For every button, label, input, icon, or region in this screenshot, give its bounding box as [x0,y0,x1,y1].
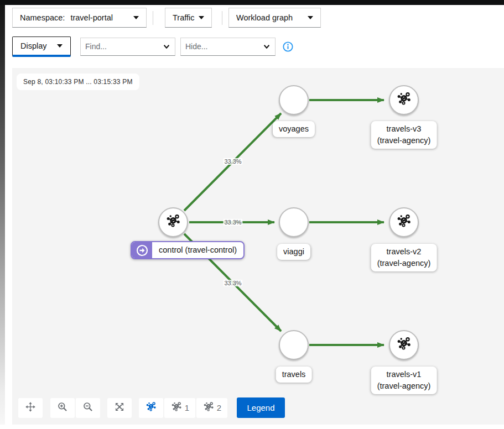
node-label-text: control (travel-control) [152,242,243,258]
edge-label: 33.3% [223,280,242,286]
node-label-viaggi[interactable]: viaggi [277,244,310,260]
node-control[interactable] [158,207,188,237]
mesh-icon [396,336,412,354]
node-travels[interactable] [279,330,309,360]
graph-layout-default-button[interactable] [139,398,163,418]
node-voyages[interactable] [279,85,309,115]
namespace-value: travel-portal [70,13,113,22]
find-input[interactable] [81,39,159,55]
pan-button[interactable] [18,398,43,418]
layout-2-number: 2 [217,403,221,412]
caret-down-icon [133,16,139,19]
caret-down-icon [57,44,63,48]
node-label-control[interactable]: control (travel-control) [131,241,245,259]
node-label-travels-v1[interactable]: travels-v1 (travel-agency) [371,367,437,394]
graph-layout-1-button[interactable]: 1 [164,398,195,418]
chevron-down-icon[interactable] [159,38,174,55]
node-label-line2: (travel-control) [185,245,237,254]
expand-arrows-icon [114,401,125,414]
node-viaggi[interactable] [279,207,309,237]
move-icon [25,401,36,414]
graph-type-label: Workload graph [236,13,293,22]
node-travels-v3[interactable] [389,85,419,115]
node-label-text: travels-v1 [387,370,422,379]
mesh-icon [165,213,181,232]
app-top-bar [0,0,504,5]
mesh-icon [396,213,412,232]
graph-time-range: Sep 8, 03:10:33 PM ... 03:15:33 PM [17,74,139,90]
layout-1-number: 1 [185,403,189,412]
zoom-in-button[interactable] [50,398,75,418]
graph-type-select[interactable]: Workload graph [228,8,321,28]
zoom-out-button[interactable] [76,398,100,418]
graph-footer-toolbar: 1 2 Legend [18,397,285,418]
chevron-down-icon[interactable] [259,38,274,55]
node-label-text: travels [282,370,306,379]
traffic-graph-canvas[interactable]: Sep 8, 03:10:33 PM ... 03:15:33 PM 33.3%… [12,68,504,425]
caret-down-icon [199,16,204,19]
legend-button[interactable]: Legend [237,397,285,418]
mesh-icon [145,401,157,415]
mesh-icon [202,401,215,415]
node-label-travels-v3[interactable]: travels-v3 (travel-agency) [371,121,437,149]
graph-layout-2-button[interactable]: 2 [196,398,227,418]
node-label-travels[interactable]: travels [276,367,312,383]
node-label-text: travels-v2 [387,247,422,256]
node-label-line1: control [159,245,183,254]
graph-toolbar-secondary: Display [12,36,293,56]
hide-input[interactable] [181,39,259,55]
info-icon[interactable] [283,41,293,52]
mesh-icon [396,91,412,109]
node-sublabel-text: (travel-agency) [377,258,431,269]
toolbar-divider [222,11,222,25]
traffic-label: Traffic [173,13,194,22]
traffic-select[interactable]: Traffic [165,8,212,28]
edge-label: 33.3% [223,219,242,226]
zoom-out-icon [82,401,93,414]
zoom-in-icon [57,401,68,414]
node-label-text: travels-v3 [387,124,422,133]
root-arrow-icon [132,242,152,258]
node-label-voyages[interactable]: voyages [273,121,315,137]
graph-toolbar-primary: Namespace: travel-portal Traffic Workloa… [12,8,321,28]
find-combobox [80,38,175,56]
node-label-text: viaggi [283,247,304,256]
fit-to-screen-button[interactable] [107,398,132,418]
namespace-label: Namespace: [20,13,65,22]
left-edge-shadow [0,5,5,425]
caret-down-icon [308,16,313,19]
display-label: Display [20,41,47,50]
node-label-travels-v2[interactable]: travels-v2 (travel-agency) [371,244,437,271]
node-travels-v1[interactable] [389,330,419,360]
node-sublabel-text: (travel-agency) [377,380,431,392]
node-travels-v2[interactable] [389,207,419,237]
namespace-select[interactable]: Namespace: travel-portal [12,8,147,28]
mesh-icon [170,401,183,415]
toolbar-divider [153,11,153,25]
node-label-text: voyages [279,124,309,133]
display-dropdown-button[interactable]: Display [12,36,71,57]
node-sublabel-text: (travel-agency) [377,135,431,147]
hide-combobox [180,38,276,56]
edge-label: 33.3% [223,158,242,165]
